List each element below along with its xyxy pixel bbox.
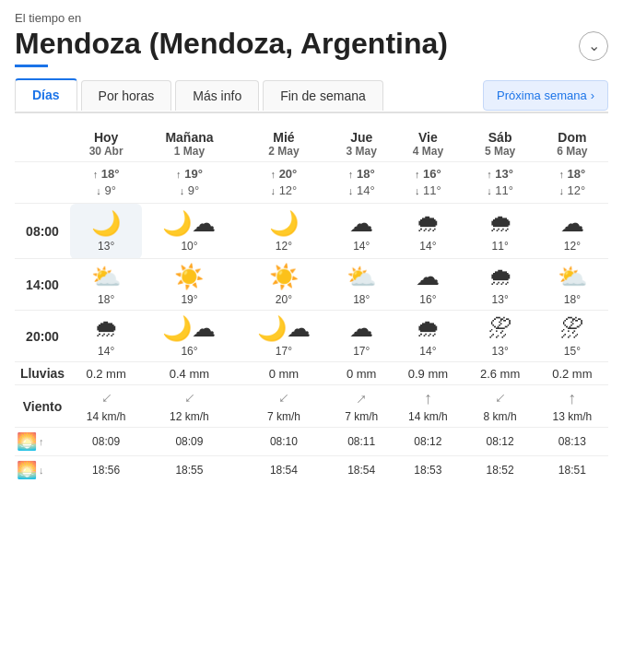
- lluvia-2: 0 mm: [237, 362, 331, 385]
- wind-direction-icon-4: ↑: [424, 389, 432, 408]
- rainy2-icon: 🌧: [488, 263, 512, 291]
- sunrise-icon: 🌅: [17, 431, 37, 452]
- expand-button[interactable]: ⌄: [579, 31, 608, 61]
- icon-1400-4: ☁ 16°: [392, 259, 464, 311]
- thunder-cloud-icon: ⛈: [488, 314, 512, 343]
- days-header-row: Hoy 30 Abr Mañana 1 May Mié 2 May Jue 3 …: [15, 126, 608, 162]
- rainy-icon: 🌧: [488, 209, 512, 238]
- temp-range-3: ↑ 18° ↓ 14°: [331, 162, 392, 204]
- sunset-4: 18:53: [392, 456, 464, 485]
- rain-cloud2-icon: 🌧: [416, 314, 440, 343]
- sunrise-4: 08:12: [392, 428, 464, 456]
- lluvia-4: 0.9 mm: [392, 362, 464, 385]
- lluvia-5: 2.6 mm: [464, 362, 536, 385]
- sunrise-0: 08:09: [70, 428, 142, 456]
- chevron-right-icon: ›: [591, 88, 594, 102]
- viento-2: ↑ 7 km/h: [237, 385, 331, 428]
- icon-1400-2: ☀️ 20°: [237, 259, 331, 311]
- sunset-2: 18:54: [237, 456, 331, 485]
- sunset-6: 18:51: [536, 456, 608, 485]
- title-underline: [15, 65, 48, 67]
- subtitle: El tiempo en: [15, 11, 608, 25]
- cloudy4-icon: ☁: [349, 314, 373, 343]
- icon-2000-4: 🌧 14°: [392, 311, 464, 362]
- wind-direction-icon-5: ↑: [490, 389, 510, 408]
- sunny2-icon: ☀️: [269, 263, 299, 291]
- day-col-5: Sáb 5 May: [464, 126, 536, 162]
- temp-range-1: ↑ 19° ↓ 9°: [142, 162, 236, 204]
- moon-icon: 🌙: [269, 209, 299, 238]
- time-label-0800: 08:00: [15, 204, 70, 259]
- icon-1400-3: ⛅ 18°: [331, 259, 392, 311]
- wind-direction-icon-2: ↑: [274, 389, 293, 408]
- icon-0800-6: ☁ 12°: [536, 204, 608, 259]
- city-title: Mendoza (Mendoza, Argentina): [15, 27, 448, 61]
- sunset-5: 18:52: [464, 456, 536, 485]
- icon-0800-0: 🌙 13°: [70, 204, 142, 259]
- partly-cloudy-icon: ⛅: [347, 263, 376, 291]
- wind-direction-icon-0: ↑: [97, 389, 116, 408]
- icon-2000-2: 🌙☁ 17°: [237, 311, 331, 362]
- tab-fin-semana[interactable]: Fin de semana: [263, 80, 383, 111]
- icon-2000-6: ⛈ 15°: [536, 311, 608, 362]
- rain-cloud-icon: 🌧: [94, 314, 118, 343]
- weather-table: Hoy 30 Abr Mañana 1 May Mié 2 May Jue 3 …: [15, 126, 608, 484]
- next-week-button[interactable]: Próxima semana ›: [483, 80, 608, 111]
- icon-0800-1: 🌙☁ 10°: [142, 204, 236, 259]
- time-label-2000: 20:00: [15, 311, 70, 362]
- wind-direction-icon-1: ↑: [180, 389, 199, 408]
- lluvias-row: Lluvias 0.2 mm 0.4 mm 0 mm 0 mm 0.9 mm 2…: [15, 362, 608, 385]
- temp-range-4: ↑ 16° ↓ 11°: [392, 162, 464, 204]
- sunset-icon-label: 🌅 ↓: [15, 456, 70, 485]
- sunrise-icon-label: 🌅 ↑: [15, 428, 70, 456]
- viento-1: ↑ 12 km/h: [142, 385, 236, 428]
- icon-2000-3: ☁ 17°: [331, 311, 392, 362]
- day-col-0: Hoy 30 Abr: [70, 126, 142, 162]
- temp-range-row: ↑ 18° ↓ 9° ↑ 19° ↓ 9° ↑ 20° ↓ 12° ↑ 18°: [15, 162, 608, 204]
- tab-por-horas[interactable]: Por horas: [81, 80, 172, 111]
- sunset-1: 18:55: [142, 456, 236, 485]
- viento-5: ↑ 8 km/h: [464, 385, 536, 428]
- viento-3: ↑ 7 km/h: [331, 385, 392, 428]
- rainy-cloudy-icon: 🌧: [416, 209, 440, 238]
- sunrise-3: 08:11: [331, 428, 392, 456]
- icon-0800-4: 🌧 14°: [392, 204, 464, 259]
- partly-cloudy2-icon: ⛅: [558, 263, 587, 291]
- icon-0800-5: 🌧 11°: [464, 204, 536, 259]
- partly-night2-icon: 🌙☁: [162, 314, 216, 343]
- temp-range-6: ↑ 18° ↓ 12°: [536, 162, 608, 204]
- tab-dias[interactable]: Días: [15, 78, 77, 112]
- next-week-label: Próxima semana: [497, 88, 587, 102]
- lluvia-3: 0 mm: [331, 362, 392, 385]
- icon-0800-2: 🌙 12°: [237, 204, 331, 259]
- icon-1400-6: ⛅ 18°: [536, 259, 608, 311]
- cloudy-icon: ☁: [349, 209, 373, 238]
- sunset-icon: 🌅: [17, 460, 37, 480]
- time-label-1400: 14:00: [15, 259, 70, 311]
- lightning-icon: ⛈: [560, 314, 584, 343]
- icon-0800-3: ☁ 14°: [331, 204, 392, 259]
- lluvia-6: 0.2 mm: [536, 362, 608, 385]
- day-col-2: Mié 2 May: [237, 126, 331, 162]
- time-row-0800: 08:00 🌙 13° 🌙☁ 10° 🌙 12°: [15, 204, 608, 259]
- day-col-3: Jue 3 May: [331, 126, 392, 162]
- partly-cloudy-night-icon: 🌙☁: [162, 209, 216, 238]
- cloudy2-icon: ☁: [560, 209, 584, 238]
- sunrise-row: 🌅 ↑ 08:09 08:09 08:10 08:11 08:12 08:12 …: [15, 428, 608, 456]
- sunrise-6: 08:13: [536, 428, 608, 456]
- viento-6: ↑ 13 km/h: [536, 385, 608, 428]
- lluvias-label: Lluvias: [15, 362, 70, 385]
- sunny-icon: ☀️: [174, 263, 204, 291]
- icon-2000-0: 🌧 14°: [70, 311, 142, 362]
- sunset-0: 18:56: [70, 456, 142, 485]
- tab-mas-info[interactable]: Más info: [175, 80, 259, 111]
- wind-direction-icon-6: ↑: [568, 389, 576, 408]
- icon-2000-1: 🌙☁ 16°: [142, 311, 236, 362]
- wind-direction-icon-3: ↑: [352, 389, 371, 408]
- day-col-6: Dom 6 May: [536, 126, 608, 162]
- temp-range-2: ↑ 20° ↓ 12°: [237, 162, 331, 204]
- icon-1400-0: ⛅ 18°: [70, 259, 142, 311]
- day-col-1: Mañana 1 May: [142, 126, 236, 162]
- partly-night3-icon: 🌙☁: [257, 314, 311, 343]
- icon-1400-1: ☀️ 19°: [142, 259, 236, 311]
